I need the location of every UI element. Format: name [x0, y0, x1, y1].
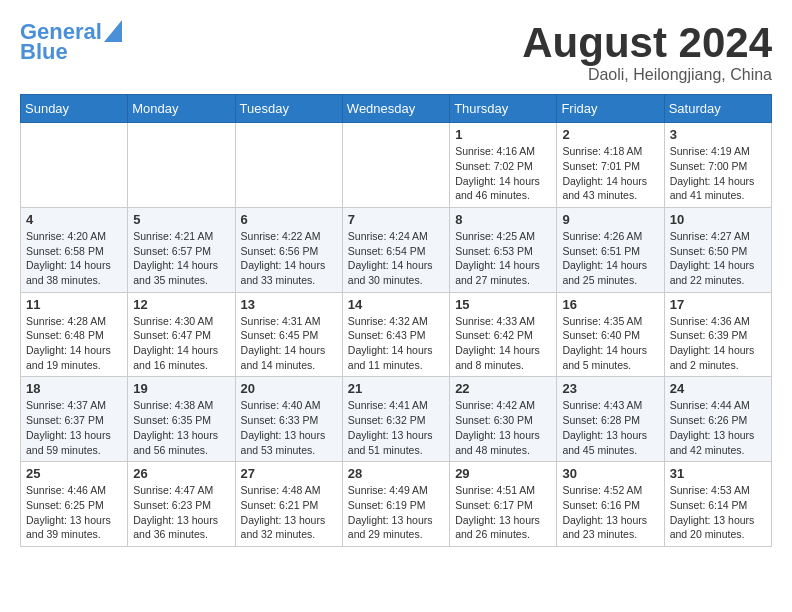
calendar-cell: [342, 123, 449, 208]
col-friday: Friday: [557, 95, 664, 123]
day-info: Sunrise: 4:32 AM Sunset: 6:43 PM Dayligh…: [348, 314, 444, 373]
day-info: Sunrise: 4:24 AM Sunset: 6:54 PM Dayligh…: [348, 229, 444, 288]
calendar-week-row: 25Sunrise: 4:46 AM Sunset: 6:25 PM Dayli…: [21, 462, 772, 547]
day-info: Sunrise: 4:26 AM Sunset: 6:51 PM Dayligh…: [562, 229, 658, 288]
calendar-cell: 17Sunrise: 4:36 AM Sunset: 6:39 PM Dayli…: [664, 292, 771, 377]
day-info: Sunrise: 4:49 AM Sunset: 6:19 PM Dayligh…: [348, 483, 444, 542]
day-number: 19: [133, 381, 229, 396]
day-number: 29: [455, 466, 551, 481]
calendar-cell: 28Sunrise: 4:49 AM Sunset: 6:19 PM Dayli…: [342, 462, 449, 547]
day-number: 16: [562, 297, 658, 312]
day-number: 18: [26, 381, 122, 396]
day-info: Sunrise: 4:30 AM Sunset: 6:47 PM Dayligh…: [133, 314, 229, 373]
calendar-cell: 3Sunrise: 4:19 AM Sunset: 7:00 PM Daylig…: [664, 123, 771, 208]
calendar-cell: [21, 123, 128, 208]
day-number: 7: [348, 212, 444, 227]
day-info: Sunrise: 4:41 AM Sunset: 6:32 PM Dayligh…: [348, 398, 444, 457]
calendar-cell: 22Sunrise: 4:42 AM Sunset: 6:30 PM Dayli…: [450, 377, 557, 462]
calendar-cell: 2Sunrise: 4:18 AM Sunset: 7:01 PM Daylig…: [557, 123, 664, 208]
day-number: 5: [133, 212, 229, 227]
col-thursday: Thursday: [450, 95, 557, 123]
day-info: Sunrise: 4:53 AM Sunset: 6:14 PM Dayligh…: [670, 483, 766, 542]
day-info: Sunrise: 4:37 AM Sunset: 6:37 PM Dayligh…: [26, 398, 122, 457]
col-monday: Monday: [128, 95, 235, 123]
day-info: Sunrise: 4:36 AM Sunset: 6:39 PM Dayligh…: [670, 314, 766, 373]
calendar-week-row: 1Sunrise: 4:16 AM Sunset: 7:02 PM Daylig…: [21, 123, 772, 208]
calendar-cell: 23Sunrise: 4:43 AM Sunset: 6:28 PM Dayli…: [557, 377, 664, 462]
col-wednesday: Wednesday: [342, 95, 449, 123]
day-info: Sunrise: 4:40 AM Sunset: 6:33 PM Dayligh…: [241, 398, 337, 457]
calendar-cell: 29Sunrise: 4:51 AM Sunset: 6:17 PM Dayli…: [450, 462, 557, 547]
calendar-cell: 26Sunrise: 4:47 AM Sunset: 6:23 PM Dayli…: [128, 462, 235, 547]
day-number: 22: [455, 381, 551, 396]
month-title: August 2024: [522, 20, 772, 66]
day-number: 6: [241, 212, 337, 227]
calendar-cell: 16Sunrise: 4:35 AM Sunset: 6:40 PM Dayli…: [557, 292, 664, 377]
day-info: Sunrise: 4:46 AM Sunset: 6:25 PM Dayligh…: [26, 483, 122, 542]
calendar-cell: 30Sunrise: 4:52 AM Sunset: 6:16 PM Dayli…: [557, 462, 664, 547]
day-number: 11: [26, 297, 122, 312]
day-info: Sunrise: 4:43 AM Sunset: 6:28 PM Dayligh…: [562, 398, 658, 457]
header: General Blue August 2024 Daoli, Heilongj…: [20, 20, 772, 84]
calendar-cell: 27Sunrise: 4:48 AM Sunset: 6:21 PM Dayli…: [235, 462, 342, 547]
calendar-cell: 25Sunrise: 4:46 AM Sunset: 6:25 PM Dayli…: [21, 462, 128, 547]
calendar-cell: 11Sunrise: 4:28 AM Sunset: 6:48 PM Dayli…: [21, 292, 128, 377]
calendar-cell: 13Sunrise: 4:31 AM Sunset: 6:45 PM Dayli…: [235, 292, 342, 377]
day-number: 9: [562, 212, 658, 227]
day-number: 30: [562, 466, 658, 481]
day-info: Sunrise: 4:22 AM Sunset: 6:56 PM Dayligh…: [241, 229, 337, 288]
day-info: Sunrise: 4:35 AM Sunset: 6:40 PM Dayligh…: [562, 314, 658, 373]
calendar-cell: [235, 123, 342, 208]
day-number: 17: [670, 297, 766, 312]
calendar-cell: 8Sunrise: 4:25 AM Sunset: 6:53 PM Daylig…: [450, 207, 557, 292]
calendar-cell: 31Sunrise: 4:53 AM Sunset: 6:14 PM Dayli…: [664, 462, 771, 547]
day-number: 20: [241, 381, 337, 396]
calendar-cell: 14Sunrise: 4:32 AM Sunset: 6:43 PM Dayli…: [342, 292, 449, 377]
day-number: 12: [133, 297, 229, 312]
day-info: Sunrise: 4:48 AM Sunset: 6:21 PM Dayligh…: [241, 483, 337, 542]
calendar-cell: 24Sunrise: 4:44 AM Sunset: 6:26 PM Dayli…: [664, 377, 771, 462]
calendar-week-row: 11Sunrise: 4:28 AM Sunset: 6:48 PM Dayli…: [21, 292, 772, 377]
day-number: 3: [670, 127, 766, 142]
day-number: 15: [455, 297, 551, 312]
calendar-cell: 12Sunrise: 4:30 AM Sunset: 6:47 PM Dayli…: [128, 292, 235, 377]
calendar-cell: 15Sunrise: 4:33 AM Sunset: 6:42 PM Dayli…: [450, 292, 557, 377]
day-info: Sunrise: 4:42 AM Sunset: 6:30 PM Dayligh…: [455, 398, 551, 457]
day-info: Sunrise: 4:27 AM Sunset: 6:50 PM Dayligh…: [670, 229, 766, 288]
calendar-cell: 1Sunrise: 4:16 AM Sunset: 7:02 PM Daylig…: [450, 123, 557, 208]
day-number: 28: [348, 466, 444, 481]
day-number: 24: [670, 381, 766, 396]
calendar-table: Sunday Monday Tuesday Wednesday Thursday…: [20, 94, 772, 547]
day-info: Sunrise: 4:18 AM Sunset: 7:01 PM Dayligh…: [562, 144, 658, 203]
day-number: 10: [670, 212, 766, 227]
logo-blue: Blue: [20, 40, 68, 64]
calendar-header-row: Sunday Monday Tuesday Wednesday Thursday…: [21, 95, 772, 123]
day-info: Sunrise: 4:25 AM Sunset: 6:53 PM Dayligh…: [455, 229, 551, 288]
day-number: 23: [562, 381, 658, 396]
col-tuesday: Tuesday: [235, 95, 342, 123]
day-info: Sunrise: 4:28 AM Sunset: 6:48 PM Dayligh…: [26, 314, 122, 373]
calendar-cell: [128, 123, 235, 208]
day-info: Sunrise: 4:21 AM Sunset: 6:57 PM Dayligh…: [133, 229, 229, 288]
svg-marker-0: [104, 20, 122, 42]
calendar-cell: 19Sunrise: 4:38 AM Sunset: 6:35 PM Dayli…: [128, 377, 235, 462]
calendar-cell: 9Sunrise: 4:26 AM Sunset: 6:51 PM Daylig…: [557, 207, 664, 292]
calendar-cell: 10Sunrise: 4:27 AM Sunset: 6:50 PM Dayli…: [664, 207, 771, 292]
calendar-cell: 4Sunrise: 4:20 AM Sunset: 6:58 PM Daylig…: [21, 207, 128, 292]
day-info: Sunrise: 4:51 AM Sunset: 6:17 PM Dayligh…: [455, 483, 551, 542]
day-info: Sunrise: 4:44 AM Sunset: 6:26 PM Dayligh…: [670, 398, 766, 457]
day-info: Sunrise: 4:16 AM Sunset: 7:02 PM Dayligh…: [455, 144, 551, 203]
calendar-cell: 20Sunrise: 4:40 AM Sunset: 6:33 PM Dayli…: [235, 377, 342, 462]
logo: General Blue: [20, 20, 122, 64]
title-section: August 2024 Daoli, Heilongjiang, China: [522, 20, 772, 84]
day-info: Sunrise: 4:31 AM Sunset: 6:45 PM Dayligh…: [241, 314, 337, 373]
day-info: Sunrise: 4:19 AM Sunset: 7:00 PM Dayligh…: [670, 144, 766, 203]
day-number: 4: [26, 212, 122, 227]
calendar-cell: 21Sunrise: 4:41 AM Sunset: 6:32 PM Dayli…: [342, 377, 449, 462]
day-number: 8: [455, 212, 551, 227]
col-sunday: Sunday: [21, 95, 128, 123]
col-saturday: Saturday: [664, 95, 771, 123]
day-number: 2: [562, 127, 658, 142]
day-number: 1: [455, 127, 551, 142]
day-number: 26: [133, 466, 229, 481]
